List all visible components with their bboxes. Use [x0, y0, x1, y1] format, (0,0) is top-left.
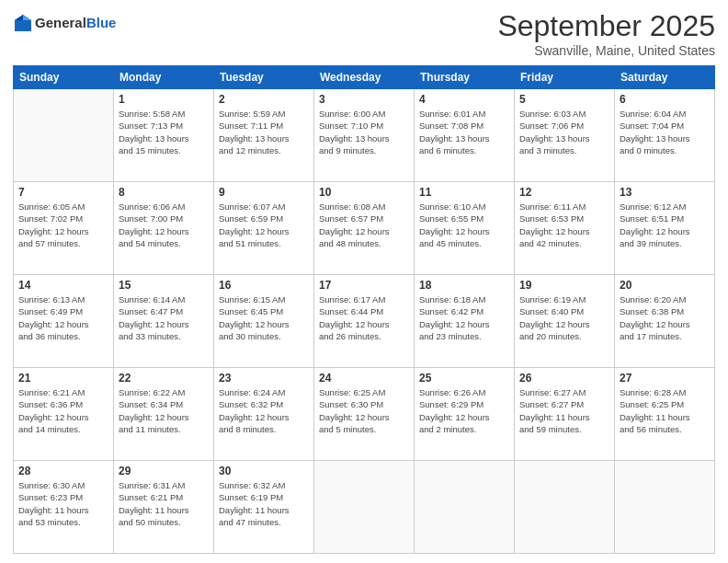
table-row: 8Sunrise: 6:06 AMSunset: 7:00 PMDaylight…: [114, 182, 214, 275]
day-info: Sunrise: 6:03 AMSunset: 7:06 PMDaylight:…: [519, 108, 609, 156]
day-info: Sunrise: 6:11 AMSunset: 6:53 PMDaylight:…: [519, 201, 609, 249]
header-friday: Friday: [515, 66, 615, 89]
table-row: 11Sunrise: 6:10 AMSunset: 6:55 PMDayligh…: [415, 182, 515, 275]
day-number: 13: [620, 186, 710, 199]
day-number: 18: [419, 279, 509, 292]
header-tuesday: Tuesday: [214, 66, 314, 89]
table-row: 4Sunrise: 6:01 AMSunset: 7:08 PMDaylight…: [415, 89, 515, 182]
day-info: Sunrise: 6:18 AMSunset: 6:42 PMDaylight:…: [419, 293, 509, 342]
logo: GeneralBlue: [13, 13, 116, 33]
day-info: Sunrise: 5:58 AMSunset: 7:13 PMDaylight:…: [119, 108, 209, 156]
table-row: [515, 461, 615, 554]
day-info: Sunrise: 6:28 AMSunset: 6:25 PMDaylight:…: [620, 386, 710, 435]
header-sunday: Sunday: [14, 66, 114, 89]
calendar-table: Sunday Monday Tuesday Wednesday Thursday…: [13, 65, 715, 554]
day-info: Sunrise: 6:13 AMSunset: 6:49 PMDaylight:…: [18, 293, 108, 342]
day-number: 29: [119, 465, 209, 477]
day-info: Sunrise: 6:20 AMSunset: 6:38 PMDaylight:…: [620, 293, 710, 342]
day-info: Sunrise: 6:25 AMSunset: 6:30 PMDaylight:…: [319, 386, 409, 435]
day-info: Sunrise: 6:06 AMSunset: 7:00 PMDaylight:…: [119, 201, 209, 249]
table-row: [615, 461, 715, 554]
day-info: Sunrise: 6:04 AMSunset: 7:04 PMDaylight:…: [620, 108, 710, 156]
day-number: 9: [219, 186, 309, 199]
day-number: 16: [219, 279, 309, 292]
day-info: Sunrise: 6:24 AMSunset: 6:32 PMDaylight:…: [219, 386, 309, 435]
day-number: 12: [519, 186, 609, 199]
day-info: Sunrise: 6:30 AMSunset: 6:23 PMDaylight:…: [18, 479, 108, 528]
day-number: 11: [419, 186, 509, 199]
day-number: 20: [620, 279, 710, 292]
table-row: 22Sunrise: 6:22 AMSunset: 6:34 PMDayligh…: [114, 368, 214, 461]
table-row: 29Sunrise: 6:31 AMSunset: 6:21 PMDayligh…: [114, 461, 214, 554]
table-row: 17Sunrise: 6:17 AMSunset: 6:44 PMDayligh…: [314, 275, 415, 368]
table-row: [14, 89, 114, 182]
table-row: 19Sunrise: 6:19 AMSunset: 6:40 PMDayligh…: [515, 275, 615, 368]
day-info: Sunrise: 5:59 AMSunset: 7:11 PMDaylight:…: [219, 108, 309, 156]
day-info: Sunrise: 6:22 AMSunset: 6:34 PMDaylight:…: [119, 386, 209, 435]
table-row: [415, 461, 515, 554]
header-saturday: Saturday: [615, 66, 715, 89]
table-row: 30Sunrise: 6:32 AMSunset: 6:19 PMDayligh…: [214, 461, 314, 554]
day-number: 24: [319, 372, 409, 385]
day-number: 25: [419, 372, 509, 385]
day-info: Sunrise: 6:15 AMSunset: 6:45 PMDaylight:…: [219, 293, 309, 342]
table-row: 6Sunrise: 6:04 AMSunset: 7:04 PMDaylight…: [615, 89, 715, 182]
svg-marker-1: [23, 15, 31, 20]
table-row: 20Sunrise: 6:20 AMSunset: 6:38 PMDayligh…: [615, 275, 715, 368]
day-info: Sunrise: 6:31 AMSunset: 6:21 PMDaylight:…: [119, 479, 209, 528]
day-info: Sunrise: 6:08 AMSunset: 6:57 PMDaylight:…: [319, 201, 409, 249]
page: GeneralBlue September 2025 Swanville, Ma…: [0, 0, 728, 563]
table-row: 21Sunrise: 6:21 AMSunset: 6:36 PMDayligh…: [14, 368, 114, 461]
table-row: 26Sunrise: 6:27 AMSunset: 6:27 PMDayligh…: [515, 368, 615, 461]
title-block: September 2025 Swanville, Maine, United …: [497, 9, 715, 58]
day-info: Sunrise: 6:00 AMSunset: 7:10 PMDaylight:…: [319, 108, 409, 156]
location: Swanville, Maine, United States: [497, 43, 715, 58]
logo-general: General: [35, 15, 86, 30]
day-number: 23: [219, 372, 309, 385]
day-info: Sunrise: 6:14 AMSunset: 6:47 PMDaylight:…: [119, 293, 209, 342]
day-number: 17: [319, 279, 409, 292]
day-number: 27: [620, 372, 710, 385]
table-row: 15Sunrise: 6:14 AMSunset: 6:47 PMDayligh…: [114, 275, 214, 368]
logo-icon: [13, 13, 33, 33]
month-title: September 2025: [497, 9, 715, 43]
day-info: Sunrise: 6:27 AMSunset: 6:27 PMDaylight:…: [519, 386, 609, 435]
day-number: 15: [119, 279, 209, 292]
table-row: 16Sunrise: 6:15 AMSunset: 6:45 PMDayligh…: [214, 275, 314, 368]
day-number: 1: [119, 93, 209, 106]
day-number: 30: [219, 465, 309, 477]
day-info: Sunrise: 6:05 AMSunset: 7:02 PMDaylight:…: [18, 201, 108, 249]
table-row: 3Sunrise: 6:00 AMSunset: 7:10 PMDaylight…: [314, 89, 415, 182]
svg-marker-2: [15, 15, 23, 20]
table-row: 18Sunrise: 6:18 AMSunset: 6:42 PMDayligh…: [415, 275, 515, 368]
weekday-header-row: Sunday Monday Tuesday Wednesday Thursday…: [14, 66, 715, 89]
table-row: 23Sunrise: 6:24 AMSunset: 6:32 PMDayligh…: [214, 368, 314, 461]
day-info: Sunrise: 6:17 AMSunset: 6:44 PMDaylight:…: [319, 293, 409, 342]
header: GeneralBlue September 2025 Swanville, Ma…: [13, 9, 715, 58]
day-number: 19: [519, 279, 609, 292]
day-number: 6: [620, 93, 710, 106]
day-number: 10: [319, 186, 409, 199]
day-number: 21: [18, 372, 108, 385]
table-row: 7Sunrise: 6:05 AMSunset: 7:02 PMDaylight…: [14, 182, 114, 275]
day-number: 2: [219, 93, 309, 106]
table-row: 27Sunrise: 6:28 AMSunset: 6:25 PMDayligh…: [615, 368, 715, 461]
table-row: 28Sunrise: 6:30 AMSunset: 6:23 PMDayligh…: [14, 461, 114, 554]
header-wednesday: Wednesday: [314, 66, 415, 89]
table-row: 13Sunrise: 6:12 AMSunset: 6:51 PMDayligh…: [615, 182, 715, 275]
day-number: 8: [119, 186, 209, 199]
table-row: 1Sunrise: 5:58 AMSunset: 7:13 PMDaylight…: [114, 89, 214, 182]
day-info: Sunrise: 6:10 AMSunset: 6:55 PMDaylight:…: [419, 201, 509, 249]
day-number: 22: [119, 372, 209, 385]
table-row: 2Sunrise: 5:59 AMSunset: 7:11 PMDaylight…: [214, 89, 314, 182]
day-info: Sunrise: 6:01 AMSunset: 7:08 PMDaylight:…: [419, 108, 509, 156]
day-number: 5: [519, 93, 609, 106]
table-row: 14Sunrise: 6:13 AMSunset: 6:49 PMDayligh…: [14, 275, 114, 368]
day-number: 14: [18, 279, 108, 292]
day-number: 28: [18, 465, 108, 477]
table-row: 25Sunrise: 6:26 AMSunset: 6:29 PMDayligh…: [415, 368, 515, 461]
table-row: 9Sunrise: 6:07 AMSunset: 6:59 PMDaylight…: [214, 182, 314, 275]
day-number: 3: [319, 93, 409, 106]
day-info: Sunrise: 6:26 AMSunset: 6:29 PMDaylight:…: [419, 386, 509, 435]
table-row: 10Sunrise: 6:08 AMSunset: 6:57 PMDayligh…: [314, 182, 415, 275]
